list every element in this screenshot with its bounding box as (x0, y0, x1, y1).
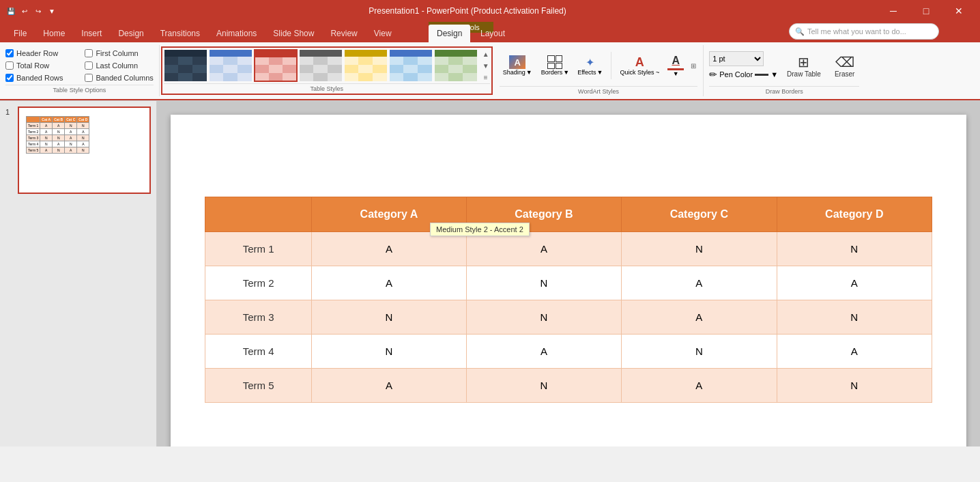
mini-table: Cat A Cat B Cat C Cat D Term 1 A A (26, 116, 89, 154)
tab-slideshow[interactable]: Slide Show (265, 25, 322, 42)
row-label-5: Term 5 (205, 369, 312, 403)
tell-me-input[interactable]: 🔍 Tell me what you want to do... (789, 23, 939, 40)
tab-file[interactable]: File (5, 25, 35, 42)
table-style-6[interactable] (389, 49, 433, 82)
style-options-label: Table Style Options (5, 85, 154, 94)
slide-preview: Cat A Cat B Cat C Cat D Term 1 A A (20, 109, 148, 191)
cell-4-b: A (466, 335, 621, 369)
eraser-button[interactable]: ⌫ Eraser (830, 51, 859, 81)
cell-4-a: N (312, 335, 466, 369)
slide-thumbnail[interactable]: Cat A Cat B Cat C Cat D Term 1 A A (18, 107, 151, 194)
header-row-checkbox[interactable]: Header Row (5, 48, 74, 59)
slide-1-container: 1 Cat A Cat B Cat C Cat D (18, 107, 151, 194)
wordart-styles-group: A Shading ▼ Borders (494, 45, 704, 96)
tab-animations[interactable]: Animations (208, 25, 265, 42)
tab-design[interactable]: Design (110, 25, 152, 42)
table-style-2[interactable] (209, 49, 253, 82)
header-empty (205, 197, 312, 232)
window-controls: ─ □ ✕ (878, 0, 975, 22)
table-style-7[interactable] (434, 49, 478, 82)
search-icon: 🔍 (795, 27, 805, 36)
table-style-options-group: Header Row First Column Total Row Last C… (0, 45, 160, 96)
shading-arrow: ▼ (526, 69, 532, 76)
first-column-checkbox[interactable]: First Column (85, 48, 153, 59)
table-row: Term 3 N N A N (205, 300, 932, 335)
slide-canvas: Medium Style 2 - Accent 2 Category A Cat… (171, 115, 966, 446)
customize-icon[interactable]: ▼ (46, 5, 57, 16)
close-button[interactable]: ✕ (943, 0, 975, 22)
wordart-group-label: WordArt Styles (500, 86, 697, 95)
cell-5-d: N (777, 369, 932, 403)
font-color-button[interactable]: A ▼ (665, 53, 687, 79)
tab-home[interactable]: Home (35, 25, 73, 42)
cell-4-d: A (777, 335, 932, 369)
pen-controls: 1 pt 0.5 pt 1.5 pt 2.25 pt 3 pt ✏ Pen Co… (709, 51, 778, 80)
cell-3-d: N (777, 300, 932, 335)
effects-button[interactable]: ✦ Effects ▼ (575, 54, 605, 77)
styles-scroll-up[interactable]: ▲ (480, 49, 491, 59)
tab-table-design[interactable]: Design (429, 25, 470, 42)
total-row-checkbox[interactable]: Total Row (5, 60, 74, 71)
cell-4-c: N (622, 335, 777, 369)
table-style-3[interactable] (254, 49, 298, 82)
last-column-checkbox[interactable]: Last Column (85, 60, 153, 71)
table-style-5[interactable] (344, 49, 388, 82)
wordart-styles-expand[interactable]: ⊞ (689, 61, 697, 71)
cell-1-a: A (312, 232, 466, 266)
tab-view[interactable]: View (366, 25, 400, 42)
main-table[interactable]: Category A Category B Category C Categor… (205, 197, 932, 403)
window-title: Presentation1 - PowerPoint (Product Acti… (57, 6, 878, 16)
table-row: Term 2 A N A A (205, 266, 932, 300)
styles-scroll-more[interactable]: ≡ (480, 72, 491, 82)
maximize-button[interactable]: □ (910, 0, 942, 22)
style-tooltip: Medium Style 2 - Accent 2 (430, 223, 530, 236)
draw-table-button[interactable]: ⊞ Draw Table (782, 51, 826, 81)
quick-styles-button[interactable]: A Quick Styles ~ (617, 54, 662, 77)
banded-columns-checkbox[interactable]: Banded Columns (85, 72, 153, 83)
draw-borders-label: Draw Borders (709, 86, 859, 95)
tab-table-layout[interactable]: Layout (472, 25, 513, 42)
draw-borders-group: 1 pt 0.5 pt 1.5 pt 2.25 pt 3 pt ✏ Pen Co… (704, 45, 865, 96)
table-row: Term 4 N A N A (205, 335, 932, 369)
banded-rows-checkbox[interactable]: Banded Rows (5, 72, 74, 83)
ribbon-content: Header Row First Column Total Row Last C… (0, 42, 980, 100)
table-row: Term 5 A N A N (205, 369, 932, 403)
font-color-expand[interactable]: ▼ (673, 70, 679, 77)
cell-2-a: A (312, 266, 466, 300)
table-style-1[interactable] (164, 49, 207, 82)
cell-2-c: A (622, 266, 777, 300)
header-category-d: Category D (777, 197, 932, 232)
borders-arrow: ▼ (563, 69, 569, 76)
header-category-c: Category C (622, 197, 777, 232)
styles-row: ▲ ▼ ≡ (164, 49, 490, 82)
table-header-row: Category A Category B Category C Categor… (205, 197, 932, 232)
pen-icon: ✏ (709, 69, 717, 80)
pen-weight-select[interactable]: 1 pt 0.5 pt 1.5 pt 2.25 pt 3 pt (709, 51, 764, 66)
borders-button[interactable]: Borders ▼ (538, 54, 572, 77)
tab-review[interactable]: Review (322, 25, 365, 42)
main-table-wrapper: Category A Category B Category C Categor… (205, 197, 932, 403)
styles-scroll-down[interactable]: ▼ (480, 61, 491, 70)
cell-3-a: N (312, 300, 466, 335)
style-options-checkboxes: Header Row First Column Total Row Last C… (5, 48, 154, 83)
shading-button[interactable]: A Shading ▼ (500, 53, 536, 78)
minimize-button[interactable]: ─ (878, 0, 909, 22)
redo-icon[interactable]: ↪ (33, 5, 44, 16)
pen-color-button[interactable]: ✏ Pen Color ▼ (709, 69, 778, 80)
cell-1-b: A (466, 232, 621, 266)
row-label-3: Term 3 (205, 300, 312, 335)
undo-icon[interactable]: ↩ (19, 5, 30, 16)
main-content: 1 Cat A Cat B Cat C Cat D (0, 101, 980, 446)
slide-panel: 1 Cat A Cat B Cat C Cat D (0, 101, 157, 446)
tab-insert[interactable]: Insert (73, 25, 110, 42)
cell-1-c: N (622, 232, 777, 266)
table-styles-gallery: ▲ ▼ ≡ Table Styles (161, 46, 493, 95)
effects-arrow: ▼ (597, 69, 603, 76)
cell-1-d: N (777, 232, 932, 266)
save-icon[interactable]: 💾 (5, 5, 16, 16)
row-label-2: Term 2 (205, 266, 312, 300)
tab-transitions[interactable]: Transitions (152, 25, 208, 42)
canvas-area[interactable]: Medium Style 2 - Accent 2 Category A Cat… (157, 101, 980, 446)
title-bar: 💾 ↩ ↪ ▼ Presentation1 - PowerPoint (Prod… (0, 0, 980, 22)
table-style-4[interactable] (299, 49, 343, 82)
